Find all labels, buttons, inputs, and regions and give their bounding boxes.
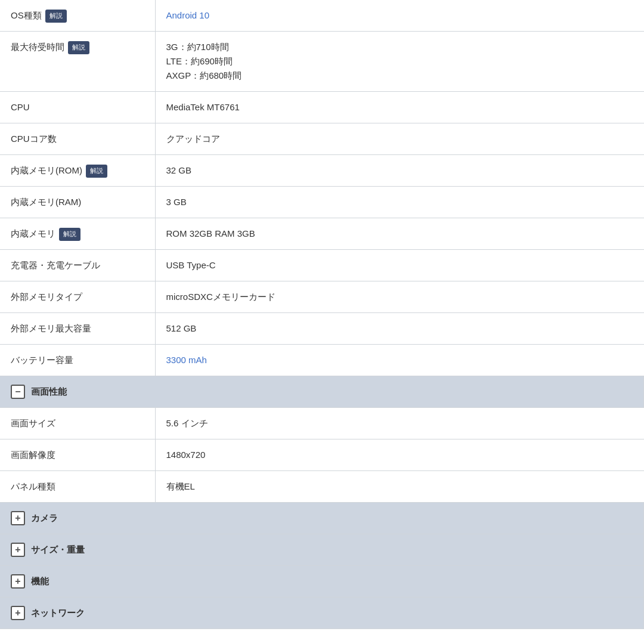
label-text-os: OS種類 bbox=[11, 10, 42, 20]
section-header-content-size-weight: +サイズ・重量 bbox=[11, 543, 633, 557]
value-cpu-cores: クアッドコア bbox=[155, 123, 644, 155]
value-charger: USB Type-C bbox=[155, 250, 644, 281]
label-cpu-cores: CPUコア数 bbox=[0, 123, 155, 155]
section-row-display: 画面サイズ5.6 インチ bbox=[0, 408, 644, 439]
section-header-cell-size-weight: +サイズ・重量 bbox=[0, 534, 644, 566]
row-charger: 充電器・充電ケーブルUSB Type-C bbox=[0, 250, 644, 281]
label-os: OS種類解説 bbox=[0, 0, 155, 32]
label-memory: 内蔵メモリ解説 bbox=[0, 218, 155, 250]
spec-table: OS種類解説Android 10最大待受時間解説3G：約710時間LTE：約69… bbox=[0, 0, 644, 629]
value-link-battery[interactable]: 3300 mAh bbox=[166, 355, 207, 365]
row-ext-memory-type: 外部メモリタイプmicroSDXCメモリーカード bbox=[0, 281, 644, 313]
section-row-value: 有機EL bbox=[155, 471, 644, 503]
section-header-camera[interactable]: +カメラ bbox=[0, 503, 644, 534]
section-label-size-weight: サイズ・重量 bbox=[31, 543, 85, 557]
badge-rom[interactable]: 解説 bbox=[86, 165, 107, 178]
label-charger: 充電器・充電ケーブル bbox=[0, 250, 155, 281]
label-text-charger: 充電器・充電ケーブル bbox=[11, 260, 100, 270]
section-row-display: パネル種類有機EL bbox=[0, 471, 644, 503]
label-text-memory: 内蔵メモリ bbox=[11, 228, 55, 239]
value-link-os[interactable]: Android 10 bbox=[166, 10, 210, 20]
toggle-btn-display[interactable]: − bbox=[11, 385, 25, 399]
row-os: OS種類解説Android 10 bbox=[0, 0, 644, 32]
label-standby: 最大待受時間解説 bbox=[0, 32, 155, 92]
label-text-standby: 最大待受時間 bbox=[11, 42, 64, 52]
value-ext-memory-max: 512 GB bbox=[155, 313, 644, 345]
section-row-label: 画面解像度 bbox=[0, 439, 155, 471]
section-header-cell-network: +ネットワーク bbox=[0, 597, 644, 629]
label-ext-memory-max: 外部メモリ最大容量 bbox=[0, 313, 155, 345]
section-header-content-network: +ネットワーク bbox=[11, 606, 633, 620]
label-text-ram: 内蔵メモリ(RAM) bbox=[11, 197, 81, 207]
label-ram: 内蔵メモリ(RAM) bbox=[0, 187, 155, 218]
section-row-label: 画面サイズ bbox=[0, 408, 155, 439]
row-cpu: CPUMediaTek MT6761 bbox=[0, 92, 644, 123]
toggle-btn-network[interactable]: + bbox=[11, 606, 25, 620]
value-rom: 32 GB bbox=[155, 155, 644, 187]
row-memory: 内蔵メモリ解説ROM 32GB RAM 3GB bbox=[0, 218, 644, 250]
section-header-size-weight[interactable]: +サイズ・重量 bbox=[0, 534, 644, 566]
section-label-camera: カメラ bbox=[31, 511, 58, 525]
value-os: Android 10 bbox=[155, 0, 644, 32]
toggle-btn-features[interactable]: + bbox=[11, 574, 25, 589]
value-ext-memory-type: microSDXCメモリーカード bbox=[155, 281, 644, 313]
section-row-value: 5.6 インチ bbox=[155, 408, 644, 439]
value-standby: 3G：約710時間LTE：約690時間AXGP：約680時間 bbox=[155, 32, 644, 92]
value-battery: 3300 mAh bbox=[155, 345, 644, 376]
section-header-features[interactable]: +機能 bbox=[0, 566, 644, 597]
section-header-content-display: −画面性能 bbox=[11, 385, 633, 399]
badge-os[interactable]: 解説 bbox=[45, 10, 67, 23]
section-header-cell-camera: +カメラ bbox=[0, 503, 644, 534]
label-text-cpu: CPU bbox=[11, 102, 30, 112]
row-ext-memory-max: 外部メモリ最大容量512 GB bbox=[0, 313, 644, 345]
section-header-cell-features: +機能 bbox=[0, 566, 644, 597]
label-text-ext-memory-max: 外部メモリ最大容量 bbox=[11, 323, 91, 333]
label-battery: バッテリー容量 bbox=[0, 345, 155, 376]
toggle-btn-size-weight[interactable]: + bbox=[11, 543, 25, 557]
label-text-cpu-cores: CPUコア数 bbox=[11, 134, 57, 144]
section-header-content-camera: +カメラ bbox=[11, 511, 633, 525]
section-header-display[interactable]: −画面性能 bbox=[0, 376, 644, 408]
toggle-btn-camera[interactable]: + bbox=[11, 511, 25, 525]
section-header-network[interactable]: +ネットワーク bbox=[0, 597, 644, 629]
row-standby: 最大待受時間解説3G：約710時間LTE：約690時間AXGP：約680時間 bbox=[0, 32, 644, 92]
badge-standby[interactable]: 解説 bbox=[68, 41, 89, 54]
label-rom: 内蔵メモリ(ROM)解説 bbox=[0, 155, 155, 187]
section-header-content-features: +機能 bbox=[11, 574, 633, 589]
section-label-features: 機能 bbox=[31, 574, 49, 589]
value-memory: ROM 32GB RAM 3GB bbox=[155, 218, 644, 250]
section-row-label: パネル種類 bbox=[0, 471, 155, 503]
row-cpu-cores: CPUコア数クアッドコア bbox=[0, 123, 644, 155]
value-cpu: MediaTek MT6761 bbox=[155, 92, 644, 123]
label-ext-memory-type: 外部メモリタイプ bbox=[0, 281, 155, 313]
value-ram: 3 GB bbox=[155, 187, 644, 218]
label-text-rom: 内蔵メモリ(ROM) bbox=[11, 165, 82, 175]
badge-memory[interactable]: 解説 bbox=[59, 228, 80, 241]
label-cpu: CPU bbox=[0, 92, 155, 123]
label-text-ext-memory-type: 外部メモリタイプ bbox=[11, 292, 82, 302]
section-header-cell-display: −画面性能 bbox=[0, 376, 644, 408]
row-rom: 内蔵メモリ(ROM)解説32 GB bbox=[0, 155, 644, 187]
label-text-battery: バッテリー容量 bbox=[11, 355, 73, 365]
row-battery: バッテリー容量3300 mAh bbox=[0, 345, 644, 376]
section-row-value: 1480x720 bbox=[155, 439, 644, 471]
section-label-display: 画面性能 bbox=[31, 385, 67, 399]
row-ram: 内蔵メモリ(RAM)3 GB bbox=[0, 187, 644, 218]
section-row-display: 画面解像度1480x720 bbox=[0, 439, 644, 471]
section-label-network: ネットワーク bbox=[31, 606, 85, 620]
